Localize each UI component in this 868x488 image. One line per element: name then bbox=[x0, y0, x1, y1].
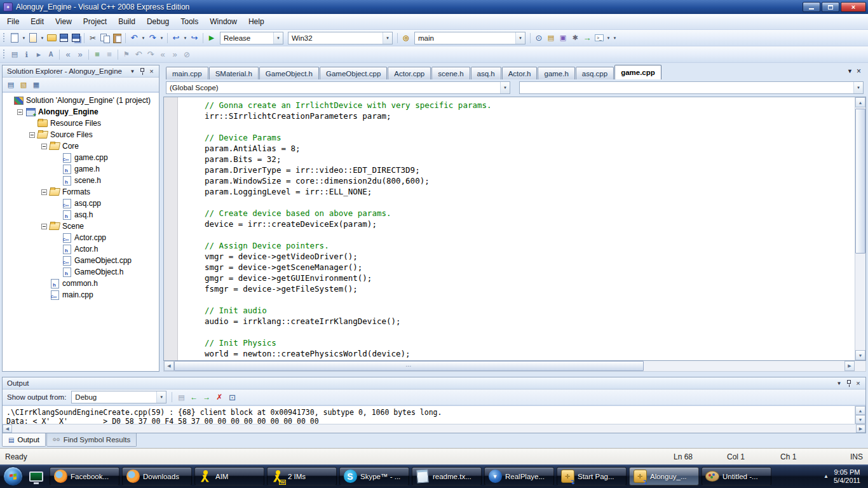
platform-combo[interactable]: Win32 ▼ bbox=[288, 32, 393, 44]
menu-item-build[interactable]: Build bbox=[112, 15, 141, 29]
tree-item-formats[interactable]: Formats bbox=[3, 186, 159, 198]
save-icon[interactable] bbox=[58, 32, 69, 44]
find-symbol-icon[interactable] bbox=[400, 32, 412, 44]
code-text[interactable]: // Gonna create an IrrlichtDevice with v… bbox=[178, 97, 855, 360]
previous-bookmark-in-folder-icon[interactable] bbox=[157, 49, 168, 60]
find-in-files-icon[interactable] bbox=[533, 32, 545, 44]
output-text[interactable]: .\CIrrKlangSoundEngineCreate.cpp(59) : {… bbox=[3, 406, 855, 424]
editor-horizontal-scrollbar[interactable]: ◀ ⋯ ▶ bbox=[163, 361, 866, 372]
menu-item-help[interactable]: Help bbox=[243, 15, 270, 29]
uncomment-selection-icon[interactable] bbox=[104, 49, 115, 60]
taskbar-button-skype-4[interactable]: Skype™ - ... bbox=[339, 467, 409, 485]
platform-dropdown-icon[interactable]: ▼ bbox=[383, 32, 392, 44]
taskbar-button-firefox-1[interactable]: Downloads bbox=[122, 467, 192, 485]
close-panel-icon[interactable]: × bbox=[147, 67, 156, 76]
horizontal-scroll-track[interactable]: ⋯ bbox=[174, 361, 844, 371]
taskbar-button-firefox-0[interactable]: Facebook... bbox=[50, 467, 119, 485]
scope-combo-dropdown-icon[interactable]: ▼ bbox=[500, 82, 510, 93]
taskbar-button-notepad-5[interactable]: readme.tx... bbox=[412, 467, 482, 485]
menu-item-window[interactable]: Window bbox=[204, 15, 243, 29]
tree-item-game-cpp[interactable]: game.cpp bbox=[3, 152, 159, 163]
navigate-forward-icon[interactable] bbox=[189, 32, 200, 44]
horizontal-scroll-thumb[interactable]: ⋯ bbox=[174, 361, 644, 371]
property-pages-icon[interactable] bbox=[545, 32, 557, 44]
start-debug-icon[interactable] bbox=[206, 32, 217, 44]
output-horizontal-scrollbar[interactable]: ◀ ▶ bbox=[3, 424, 865, 433]
editor-tab-GameObject-cpp[interactable]: GameObject.cpp bbox=[320, 67, 387, 79]
maximize-button[interactable] bbox=[822, 2, 839, 12]
indicator-margin[interactable] bbox=[164, 97, 178, 360]
cut-icon[interactable] bbox=[87, 32, 98, 44]
output-position-dropdown-icon[interactable]: ▼ bbox=[834, 379, 844, 388]
output-source-combo[interactable]: Debug ▼ bbox=[71, 391, 166, 403]
show-all-files-icon[interactable] bbox=[18, 79, 29, 90]
properties-icon[interactable] bbox=[5, 79, 17, 90]
scope-combo[interactable]: (Global Scope) ▼ bbox=[166, 81, 510, 94]
undo-dropdown-icon[interactable]: ▼ bbox=[140, 32, 146, 44]
tree-item-gameobject-cpp[interactable]: GameObject.cpp bbox=[3, 255, 159, 266]
clear-all-icon[interactable] bbox=[214, 391, 225, 403]
close-document-icon[interactable]: × bbox=[857, 67, 861, 76]
configuration-combo[interactable]: Release ▼ bbox=[220, 32, 283, 44]
go-icon[interactable] bbox=[581, 32, 593, 44]
editor-tab-scene-h[interactable]: scene.h bbox=[431, 67, 470, 79]
tree-item-game-h[interactable]: game.h bbox=[3, 163, 159, 175]
tree-item-core[interactable]: Core bbox=[3, 140, 159, 152]
tree-item-source-files[interactable]: Source Files bbox=[3, 129, 159, 140]
view-class-diagram-icon[interactable] bbox=[31, 79, 42, 90]
new-file-icon[interactable] bbox=[9, 32, 20, 44]
find-combo[interactable]: main ▼ bbox=[414, 32, 526, 44]
menu-item-debug[interactable]: Debug bbox=[141, 15, 175, 29]
tree-item-gameobject-h[interactable]: GameObject.h bbox=[3, 266, 159, 278]
menu-item-file[interactable]: File bbox=[1, 15, 25, 29]
command-window-icon[interactable] bbox=[593, 32, 605, 44]
output-scroll-right-icon[interactable]: ▶ bbox=[856, 424, 865, 433]
start-button[interactable] bbox=[1, 466, 24, 487]
command-window-dropdown-icon[interactable]: ▼ bbox=[606, 32, 611, 44]
quick-info-icon[interactable] bbox=[21, 49, 32, 60]
editor-tab-GameObject-h[interactable]: GameObject.h bbox=[259, 67, 319, 79]
editor-tab-main-cpp[interactable]: main.cpp bbox=[166, 67, 208, 79]
member-list-icon[interactable] bbox=[9, 49, 20, 60]
next-bookmark-in-folder-icon[interactable] bbox=[169, 49, 180, 60]
toolbar-grip[interactable] bbox=[3, 49, 6, 60]
editor-tab-Actor-cpp[interactable]: Actor.cpp bbox=[388, 67, 431, 79]
output-scroll-down-icon[interactable]: ▼ bbox=[855, 415, 865, 424]
tree-item-solution-alonguy-engine-1-project-[interactable]: Solution 'Alonguy_Engine' (1 project) bbox=[3, 95, 159, 106]
add-item-dropdown-icon[interactable]: ▼ bbox=[39, 32, 45, 44]
desktop-monitor-icon[interactable] bbox=[27, 467, 46, 485]
tree-expander-icon[interactable] bbox=[41, 144, 47, 149]
menu-item-tools[interactable]: Tools bbox=[175, 15, 204, 29]
tree-expander-icon[interactable] bbox=[41, 189, 47, 195]
previous-message-icon[interactable] bbox=[188, 391, 200, 403]
active-files-dropdown-icon[interactable]: ▼ bbox=[847, 68, 853, 74]
taskbar-button-visual-studio-8[interactable]: Alonguy_... bbox=[629, 467, 699, 485]
open-icon[interactable] bbox=[46, 32, 57, 44]
toolbar-grip[interactable] bbox=[3, 32, 6, 43]
output-auto-hide-pin-icon[interactable] bbox=[844, 379, 853, 388]
toggle-bookmark-icon[interactable] bbox=[121, 49, 132, 60]
code-editor[interactable]: // Gonna create an IrrlichtDevice with v… bbox=[163, 97, 866, 361]
clear-bookmarks-icon[interactable] bbox=[181, 49, 193, 60]
editor-tab-Actor-h[interactable]: Actor.h bbox=[502, 67, 538, 79]
tree-item-actor-h[interactable]: Actor.h bbox=[3, 243, 159, 255]
menu-item-edit[interactable]: Edit bbox=[25, 15, 50, 29]
increase-indent-icon[interactable] bbox=[74, 49, 86, 60]
word-completion-icon[interactable] bbox=[45, 49, 57, 60]
window-position-dropdown-icon[interactable]: ▼ bbox=[128, 67, 137, 76]
menu-item-project[interactable]: Project bbox=[78, 15, 112, 29]
tree-expander-icon[interactable] bbox=[29, 132, 35, 138]
tree-item-scene-h[interactable]: scene.h bbox=[3, 175, 159, 186]
editor-tab-game-cpp[interactable]: game.cpp bbox=[614, 65, 661, 79]
decrease-indent-icon[interactable] bbox=[62, 49, 74, 60]
output-scroll-up-icon[interactable]: ▲ bbox=[855, 406, 865, 415]
taskbar-button-paint-9[interactable]: Untitled -... bbox=[702, 467, 771, 485]
output-source-dropdown-icon[interactable]: ▼ bbox=[156, 391, 166, 403]
taskbar-button-visual-studio-7[interactable]: Start Pag... bbox=[557, 467, 627, 485]
tree-item-common-h[interactable]: common.h bbox=[3, 278, 159, 289]
tree-item-actor-cpp[interactable]: Actor.cpp bbox=[3, 232, 159, 243]
editor-tab-asq-cpp[interactable]: asq.cpp bbox=[576, 67, 614, 79]
output-vertical-scrollbar[interactable]: ▲ ▼ bbox=[855, 406, 865, 424]
editor-tab-asq-h[interactable]: asq.h bbox=[471, 67, 501, 79]
close-button[interactable]: × bbox=[841, 2, 866, 12]
